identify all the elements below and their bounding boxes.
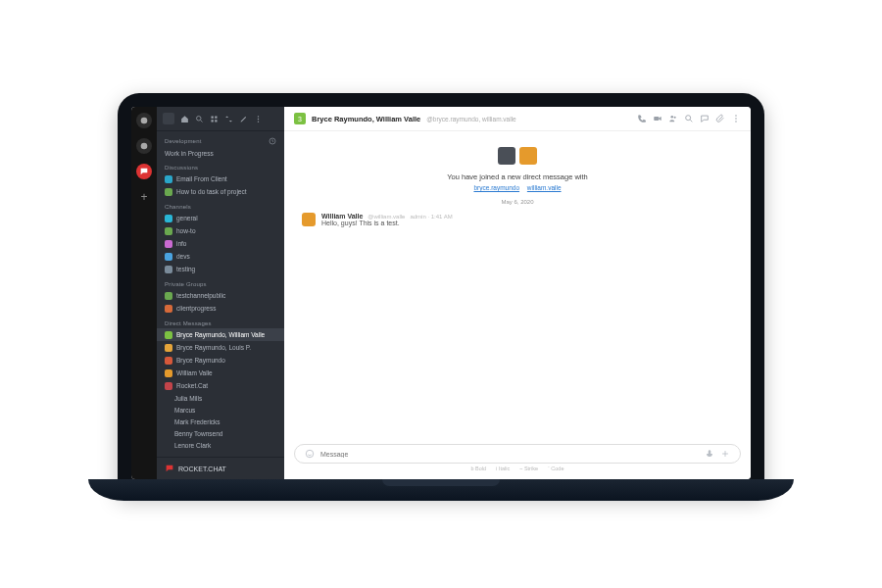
channel-color-swatch bbox=[165, 292, 172, 300]
item-label: clientprogress bbox=[176, 305, 216, 312]
attach-icon[interactable] bbox=[715, 114, 725, 123]
item-label: testchannelpublic bbox=[176, 292, 225, 299]
chat-bubble-icon bbox=[139, 167, 149, 176]
date-divider: May 6, 2020 bbox=[302, 199, 733, 205]
channel-color-swatch bbox=[165, 382, 172, 390]
channel-color-swatch bbox=[165, 344, 172, 352]
svg-point-14 bbox=[686, 116, 691, 121]
svg-rect-11 bbox=[654, 117, 659, 121]
message-text: Hello, guys! This is a test. bbox=[321, 220, 453, 226]
mic-icon[interactable] bbox=[705, 449, 714, 459]
directory-icon[interactable] bbox=[210, 115, 219, 123]
sidebar-item[interactable]: Lenore Clark bbox=[157, 439, 284, 451]
plus-icon[interactable] bbox=[720, 449, 730, 459]
cat-label: Direct Messages bbox=[165, 320, 212, 326]
channel-color-swatch bbox=[165, 240, 172, 248]
channel-color-swatch bbox=[165, 253, 172, 261]
sidebar-item-dev[interactable]: Work in Progress bbox=[157, 147, 284, 159]
sidebar-item[interactable]: testing bbox=[157, 263, 284, 275]
svg-point-9 bbox=[258, 121, 259, 122]
sidebar-item[interactable]: Bryce Raymundo, William Valle bbox=[157, 328, 284, 341]
sidebar-item[interactable]: Julia Mills bbox=[157, 392, 284, 404]
svg-point-16 bbox=[735, 118, 737, 120]
channel-color-swatch bbox=[165, 188, 172, 196]
channel-color-swatch bbox=[165, 227, 172, 235]
home-icon[interactable] bbox=[180, 115, 189, 123]
sidebar-item[interactable]: How to do task of project bbox=[157, 185, 284, 198]
intro-avatars bbox=[302, 147, 733, 165]
sidebar-item[interactable]: clientprogress bbox=[157, 302, 284, 315]
channel-color-swatch bbox=[165, 331, 172, 339]
item-label: info bbox=[176, 240, 186, 247]
intro-link-b[interactable]: william.valle bbox=[527, 184, 562, 191]
svg-point-12 bbox=[671, 116, 674, 119]
sidebar-item[interactable]: Mark Fredericks bbox=[157, 416, 284, 427]
search-icon[interactable] bbox=[195, 115, 204, 123]
svg-point-2 bbox=[197, 116, 202, 121]
sidebar-item[interactable]: general bbox=[157, 212, 284, 224]
sidebar-item[interactable]: testchannelpublic bbox=[157, 289, 284, 302]
emoji-icon[interactable] bbox=[305, 449, 315, 459]
rail-workspace-2[interactable] bbox=[136, 138, 152, 154]
item-label: Work in Progress bbox=[165, 150, 214, 157]
sidebar-item[interactable]: info bbox=[157, 237, 284, 250]
item-label: William Valle bbox=[176, 369, 213, 376]
clock-icon bbox=[269, 137, 276, 145]
rail-workspace-1[interactable] bbox=[136, 113, 152, 128]
channel-color-swatch bbox=[165, 175, 172, 183]
members-icon[interactable] bbox=[668, 114, 678, 123]
server-avatar[interactable] bbox=[163, 113, 174, 124]
create-icon[interactable] bbox=[239, 115, 248, 123]
message-area: You have joined a new direct message wit… bbox=[284, 131, 751, 438]
rail-add-workspace[interactable]: + bbox=[136, 189, 152, 205]
svg-rect-3 bbox=[212, 116, 214, 118]
conversation-title: Bryce Raymundo, William Valle bbox=[312, 115, 420, 123]
sidebar-cat-channels: Channels bbox=[157, 198, 284, 212]
compose-box[interactable] bbox=[294, 444, 741, 464]
thread-icon[interactable] bbox=[700, 114, 710, 123]
video-icon[interactable] bbox=[653, 114, 662, 123]
item-label: Bryce Raymundo, William Valle bbox=[176, 331, 265, 338]
channel-color-swatch bbox=[165, 215, 172, 222]
channel-color-swatch bbox=[165, 266, 172, 273]
intro-link-a[interactable]: bryce.raymundo bbox=[473, 184, 519, 191]
item-label: Julia Mills bbox=[174, 395, 202, 402]
sidebar-footer-brand[interactable]: ROCKET.CHAT bbox=[157, 457, 284, 479]
svg-point-7 bbox=[258, 116, 259, 117]
conversation-header: 3 Bryce Raymundo, William Valle @bryce.r… bbox=[284, 107, 751, 131]
sidebar-item[interactable]: how-to bbox=[157, 224, 284, 237]
kebab-icon[interactable] bbox=[731, 114, 741, 123]
kebab-icon[interactable] bbox=[254, 115, 263, 123]
sort-icon[interactable] bbox=[224, 115, 233, 123]
sidebar-item[interactable]: Bryce Raymundo, Louis P. bbox=[157, 341, 284, 354]
avatar bbox=[498, 147, 515, 165]
message-avatar[interactable] bbox=[302, 213, 316, 226]
item-label: Mark Fredericks bbox=[174, 418, 220, 425]
svg-rect-5 bbox=[212, 120, 214, 122]
avatar bbox=[519, 147, 537, 165]
sidebar-item[interactable]: Benny Townsend bbox=[157, 427, 284, 439]
item-label: Bryce Raymundo bbox=[176, 357, 225, 364]
message-meta: admin · 1:41 AM bbox=[410, 214, 452, 220]
sidebar-item[interactable]: Rocket.Cat bbox=[157, 379, 284, 392]
intro-block: You have joined a new direct message wit… bbox=[302, 172, 733, 191]
phone-icon[interactable] bbox=[637, 114, 647, 123]
cat-label: Discussions bbox=[165, 165, 198, 171]
rail-workspace-active[interactable] bbox=[136, 164, 152, 179]
compose-input[interactable] bbox=[320, 451, 699, 458]
search-in-chat-icon[interactable] bbox=[684, 114, 694, 123]
sidebar-item[interactable]: Marcus bbox=[157, 404, 284, 416]
message-row: William Valle @william.valle admin · 1:4… bbox=[302, 213, 733, 226]
sidebar-item[interactable]: William Valle bbox=[157, 367, 284, 379]
cat-label: Development bbox=[165, 138, 202, 144]
server-rail: + bbox=[131, 107, 157, 479]
sidebar-cat-discussions: Discussions bbox=[157, 159, 284, 172]
item-label: how-to bbox=[176, 227, 196, 234]
sidebar-item[interactable]: devs bbox=[157, 250, 284, 263]
sidebar-item[interactable]: Email From Client bbox=[157, 172, 284, 185]
svg-point-18 bbox=[306, 450, 314, 458]
sidebar-top-toolbar bbox=[157, 107, 284, 131]
message-author[interactable]: William Valle bbox=[321, 213, 363, 220]
sidebar: Development Work in Progress Discussions… bbox=[157, 107, 284, 479]
sidebar-item[interactable]: Bryce Raymundo bbox=[157, 354, 284, 367]
